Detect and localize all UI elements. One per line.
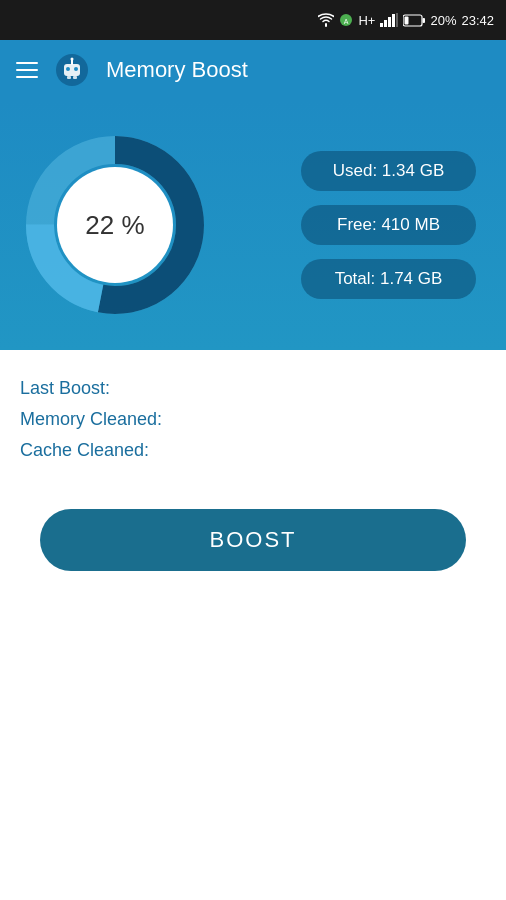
svg-rect-5 <box>392 14 395 27</box>
status-bar: A H+ 20% 23:42 <box>0 0 506 40</box>
last-boost-row: Last Boost: <box>20 378 486 399</box>
hamburger-line-3 <box>16 76 38 78</box>
battery-icon <box>403 14 425 27</box>
network-type-label: H+ <box>358 13 375 28</box>
battery-percent-label: 20% <box>430 13 456 28</box>
svg-rect-4 <box>388 17 391 27</box>
total-stat-badge: Total: 1.74 GB <box>301 259 476 299</box>
signal-icon <box>380 13 398 27</box>
time-label: 23:42 <box>461 13 494 28</box>
hamburger-line-1 <box>16 62 38 64</box>
boost-button[interactable]: BOOST <box>40 509 466 571</box>
memory-cleaned-label: Memory Cleaned: <box>20 409 162 429</box>
free-stat-badge: Free: 410 MB <box>301 205 476 245</box>
cache-cleaned-row: Cache Cleaned: <box>20 440 486 461</box>
svg-point-15 <box>71 58 74 61</box>
svg-rect-8 <box>405 16 409 24</box>
usage-percent: 22 % <box>85 210 144 240</box>
empty-content-area <box>0 571 506 900</box>
svg-rect-3 <box>384 20 387 27</box>
stats-section: 22 % Used: 1.34 GB Free: 410 MB Total: 1… <box>0 100 506 350</box>
last-boost-label: Last Boost: <box>20 378 110 398</box>
svg-rect-9 <box>423 18 426 23</box>
donut-center-label: 22 % <box>85 210 144 241</box>
svg-rect-2 <box>380 23 383 27</box>
used-label: Used: 1.34 GB <box>333 161 445 180</box>
donut-chart: 22 % <box>20 130 210 320</box>
free-label: Free: 410 MB <box>337 215 440 234</box>
memory-cleaned-row: Memory Cleaned: <box>20 409 486 430</box>
svg-text:A: A <box>344 18 349 25</box>
svg-rect-16 <box>67 76 71 79</box>
hamburger-line-2 <box>16 69 38 71</box>
used-stat-badge: Used: 1.34 GB <box>301 151 476 191</box>
app-logo-icon <box>54 52 90 88</box>
svg-point-13 <box>74 67 78 71</box>
svg-point-12 <box>66 67 70 71</box>
svg-rect-17 <box>73 76 77 79</box>
app-title: Memory Boost <box>106 57 248 83</box>
boost-button-wrapper: BOOST <box>0 491 506 571</box>
menu-button[interactable] <box>16 62 38 78</box>
info-section: Last Boost: Memory Cleaned: Cache Cleane… <box>0 350 506 491</box>
svg-rect-6 <box>396 13 398 27</box>
android-icon: A <box>339 13 353 27</box>
status-icons: A H+ 20% 23:42 <box>318 13 494 28</box>
stats-labels: Used: 1.34 GB Free: 410 MB Total: 1.74 G… <box>301 151 476 299</box>
wifi-icon <box>318 13 334 27</box>
cache-cleaned-label: Cache Cleaned: <box>20 440 149 460</box>
total-label: Total: 1.74 GB <box>335 269 443 288</box>
app-bar: Memory Boost <box>0 40 506 100</box>
